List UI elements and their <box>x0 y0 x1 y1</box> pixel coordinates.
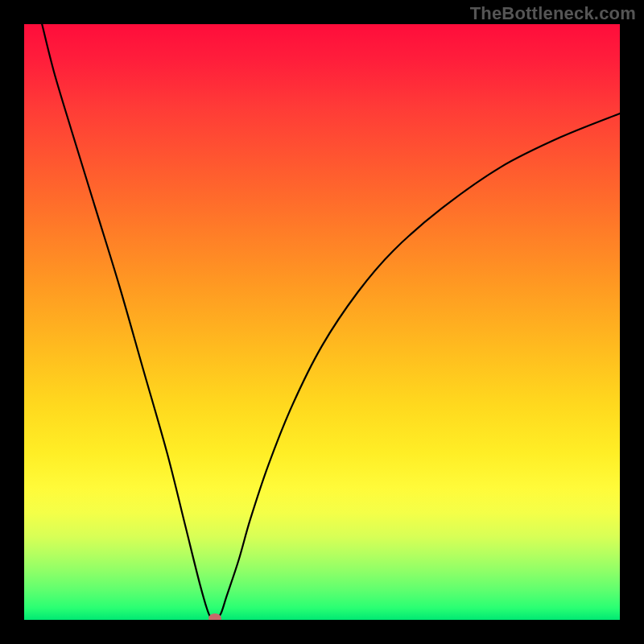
chart-frame: TheBottleneck.com <box>0 0 644 644</box>
plot-area <box>24 24 620 620</box>
watermark-text: TheBottleneck.com <box>470 3 636 24</box>
minimum-marker <box>208 613 221 620</box>
bottleneck-curve <box>24 24 620 620</box>
